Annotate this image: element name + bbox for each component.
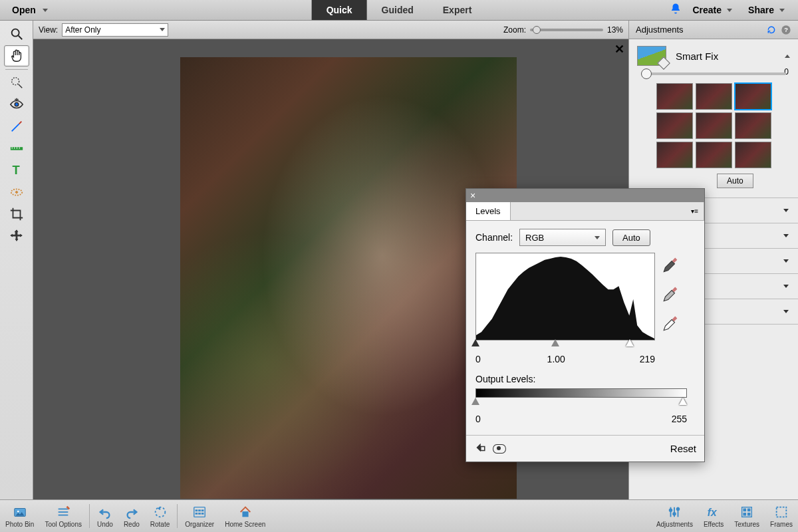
svg-rect-47 bbox=[743, 512, 747, 515]
preset-thumb[interactable] bbox=[656, 142, 693, 168]
undo-button[interactable]: Undo bbox=[92, 500, 118, 532]
help-icon[interactable]: ? bbox=[781, 25, 791, 35]
levels-dialog[interactable]: × Levels ▾≡ Channel: RGB Auto bbox=[466, 188, 705, 462]
preset-thumb[interactable] bbox=[735, 112, 771, 139]
preset-thumb[interactable] bbox=[696, 112, 732, 139]
zoom-label: Zoom: bbox=[503, 25, 526, 35]
tool-options-button[interactable]: Tool Options bbox=[39, 500, 87, 532]
share-menu[interactable]: Share bbox=[743, 5, 790, 15]
view-select[interactable]: After Only bbox=[62, 23, 168, 37]
share-label: Share bbox=[748, 5, 774, 15]
svg-point-24 bbox=[17, 510, 19, 512]
adjustments-tab-button[interactable]: Adjustments bbox=[651, 505, 698, 528]
redo-button[interactable]: Redo bbox=[118, 500, 145, 532]
svg-rect-36 bbox=[242, 511, 248, 517]
white-point-handle[interactable] bbox=[626, 339, 634, 346]
svg-line-8 bbox=[11, 124, 19, 131]
svg-point-2 bbox=[11, 78, 19, 85]
black-eyedropper-icon[interactable] bbox=[662, 257, 679, 274]
redeye-tool[interactable] bbox=[4, 94, 29, 115]
bottom-bar: Photo Bin Tool Options Undo Redo Rotate … bbox=[0, 499, 798, 532]
notifications-icon[interactable] bbox=[670, 3, 682, 18]
preset-thumb[interactable] bbox=[656, 112, 693, 139]
preset-thumb[interactable] bbox=[696, 142, 732, 168]
output-white-value[interactable]: 255 bbox=[672, 414, 687, 424]
smartfix-icon bbox=[637, 46, 666, 66]
svg-point-0 bbox=[11, 29, 19, 37]
open-menu[interactable]: Open bbox=[0, 0, 60, 20]
textures-tab-button[interactable]: Textures bbox=[729, 505, 765, 528]
svg-point-4 bbox=[15, 102, 19, 106]
svg-rect-33 bbox=[196, 512, 198, 514]
input-black-value[interactable]: 0 bbox=[475, 354, 481, 364]
home-screen-label: Home Screen bbox=[225, 521, 265, 528]
black-point-handle[interactable] bbox=[471, 339, 479, 346]
visibility-icon[interactable] bbox=[493, 444, 506, 454]
preset-thumb[interactable] bbox=[735, 142, 771, 168]
zoom-tool[interactable] bbox=[4, 23, 29, 45]
rotate-label: Rotate bbox=[150, 521, 170, 528]
output-black-handle[interactable] bbox=[471, 398, 479, 405]
levels-tab[interactable]: Levels bbox=[466, 202, 511, 220]
create-menu[interactable]: Create bbox=[687, 5, 737, 15]
tab-expert[interactable]: Expert bbox=[428, 0, 487, 20]
mid-point-handle[interactable] bbox=[551, 339, 559, 346]
preset-thumb[interactable] bbox=[696, 83, 732, 110]
chevron-down-icon bbox=[783, 259, 789, 263]
input-white-value[interactable]: 219 bbox=[640, 354, 655, 364]
levels-preset-menu[interactable]: ▾≡ bbox=[511, 202, 704, 220]
svg-rect-29 bbox=[194, 507, 205, 517]
effects-label: Effects bbox=[704, 521, 724, 528]
svg-rect-12 bbox=[17, 147, 17, 149]
channel-select[interactable]: RGB bbox=[519, 229, 606, 246]
output-gradient[interactable] bbox=[475, 388, 687, 398]
reset-button[interactable]: Reset bbox=[670, 443, 696, 454]
adjustments-label: Adjustments bbox=[656, 521, 693, 528]
whiten-tool[interactable] bbox=[4, 116, 29, 137]
text-tool[interactable]: T bbox=[4, 160, 29, 181]
gray-eyedropper-icon[interactable] bbox=[662, 286, 679, 303]
output-white-handle[interactable] bbox=[679, 398, 687, 405]
input-mid-value[interactable]: 1.00 bbox=[547, 354, 565, 364]
chevron-up-icon[interactable] bbox=[785, 55, 790, 58]
effects-tab-button[interactable]: fx Effects bbox=[698, 505, 729, 528]
output-black-value[interactable]: 0 bbox=[475, 414, 481, 424]
tab-guided[interactable]: Guided bbox=[367, 0, 428, 20]
organizer-button[interactable]: Organizer bbox=[180, 500, 219, 532]
clip-to-layer-icon[interactable] bbox=[474, 442, 486, 456]
close-document-icon[interactable]: ✕ bbox=[614, 42, 624, 57]
zoom-slider[interactable] bbox=[530, 29, 603, 31]
straighten-tool[interactable] bbox=[4, 138, 29, 159]
preset-thumb[interactable] bbox=[735, 83, 771, 110]
frames-tab-button[interactable]: Frames bbox=[765, 505, 798, 528]
smartfix-auto-button[interactable]: Auto bbox=[717, 174, 753, 188]
white-eyedropper-icon[interactable] bbox=[662, 315, 679, 332]
top-right-menu: Create Share bbox=[670, 0, 798, 20]
reset-icon[interactable] bbox=[766, 25, 777, 35]
quick-select-tool[interactable] bbox=[4, 72, 29, 93]
smartfix-slider[interactable] bbox=[641, 72, 786, 75]
rotate-button[interactable]: Rotate bbox=[145, 500, 175, 532]
preset-thumb[interactable] bbox=[656, 83, 693, 110]
spot-heal-tool[interactable] bbox=[4, 182, 29, 203]
svg-rect-49 bbox=[777, 507, 787, 517]
close-icon[interactable]: × bbox=[470, 191, 475, 200]
chevron-down-icon bbox=[783, 209, 789, 212]
svg-rect-11 bbox=[14, 147, 15, 149]
output-handles bbox=[475, 398, 687, 407]
levels-titlebar[interactable]: × bbox=[466, 189, 704, 202]
svg-line-3 bbox=[18, 84, 22, 88]
hand-tool[interactable] bbox=[4, 45, 29, 66]
photo-bin-button[interactable]: Photo Bin bbox=[0, 500, 39, 532]
svg-rect-22 bbox=[481, 446, 485, 450]
svg-rect-46 bbox=[747, 508, 751, 511]
svg-rect-30 bbox=[196, 509, 198, 511]
home-screen-button[interactable]: Home Screen bbox=[219, 500, 271, 532]
levels-auto-button[interactable]: Auto bbox=[612, 229, 650, 246]
move-tool[interactable] bbox=[4, 225, 29, 247]
chevron-down-icon bbox=[783, 310, 789, 313]
tab-quick[interactable]: Quick bbox=[312, 0, 367, 20]
crop-tool[interactable] bbox=[4, 203, 29, 225]
chevron-down-icon bbox=[783, 285, 789, 288]
svg-rect-10 bbox=[11, 147, 12, 149]
